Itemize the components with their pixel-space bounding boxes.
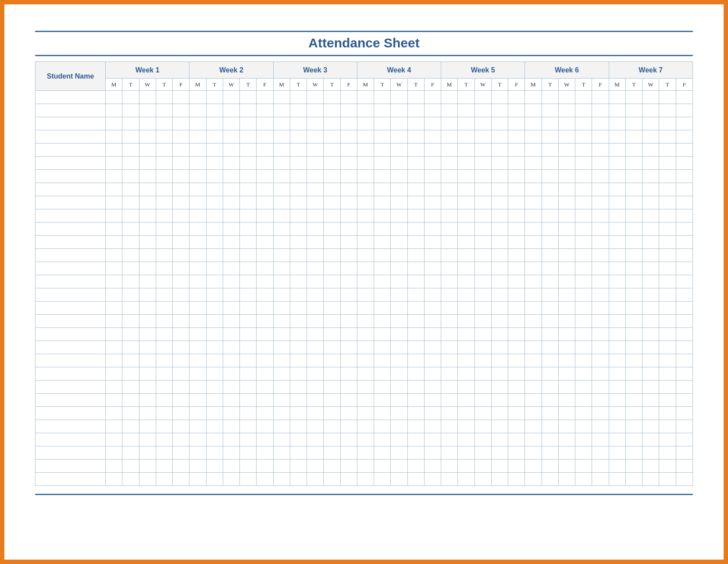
attendance-cell[interactable] <box>525 117 542 130</box>
attendance-cell[interactable] <box>542 328 558 341</box>
attendance-cell[interactable] <box>340 196 357 209</box>
attendance-cell[interactable] <box>374 433 391 446</box>
attendance-cell[interactable] <box>407 91 424 104</box>
attendance-cell[interactable] <box>424 407 441 420</box>
attendance-cell[interactable] <box>340 473 357 486</box>
attendance-cell[interactable] <box>139 315 156 328</box>
attendance-cell[interactable] <box>659 407 676 420</box>
attendance-cell[interactable] <box>122 302 139 315</box>
attendance-cell[interactable] <box>324 144 340 157</box>
attendance-cell[interactable] <box>558 130 575 144</box>
attendance-cell[interactable] <box>340 223 357 236</box>
attendance-cell[interactable] <box>357 473 374 486</box>
attendance-cell[interactable] <box>374 407 391 420</box>
attendance-cell[interactable] <box>173 183 189 196</box>
attendance-cell[interactable] <box>592 275 609 288</box>
student-name-cell[interactable] <box>36 341 106 354</box>
attendance-cell[interactable] <box>642 420 659 433</box>
attendance-cell[interactable] <box>424 157 441 170</box>
attendance-cell[interactable] <box>290 157 307 170</box>
attendance-cell[interactable] <box>257 157 273 170</box>
attendance-cell[interactable] <box>273 117 290 130</box>
attendance-cell[interactable] <box>659 196 676 209</box>
attendance-cell[interactable] <box>106 144 122 157</box>
attendance-cell[interactable] <box>525 249 542 262</box>
attendance-cell[interactable] <box>106 315 122 328</box>
attendance-cell[interactable] <box>122 170 139 183</box>
attendance-cell[interactable] <box>676 420 693 433</box>
attendance-cell[interactable] <box>609 130 625 144</box>
attendance-cell[interactable] <box>424 223 441 236</box>
attendance-cell[interactable] <box>391 236 407 249</box>
attendance-cell[interactable] <box>508 157 525 170</box>
attendance-cell[interactable] <box>223 407 239 420</box>
attendance-cell[interactable] <box>273 170 290 183</box>
attendance-cell[interactable] <box>240 196 257 209</box>
attendance-cell[interactable] <box>189 407 206 420</box>
attendance-cell[interactable] <box>575 209 592 223</box>
attendance-cell[interactable] <box>676 341 693 354</box>
attendance-cell[interactable] <box>240 275 257 288</box>
attendance-cell[interactable] <box>391 249 407 262</box>
attendance-cell[interactable] <box>357 460 374 473</box>
attendance-cell[interactable] <box>676 104 693 117</box>
attendance-cell[interactable] <box>424 130 441 144</box>
attendance-cell[interactable] <box>106 249 122 262</box>
attendance-cell[interactable] <box>592 130 609 144</box>
student-name-cell[interactable] <box>36 288 106 302</box>
attendance-cell[interactable] <box>156 170 172 183</box>
attendance-cell[interactable] <box>424 302 441 315</box>
attendance-cell[interactable] <box>223 144 239 157</box>
attendance-cell[interactable] <box>324 262 340 275</box>
attendance-cell[interactable] <box>307 91 324 104</box>
attendance-cell[interactable] <box>625 354 642 367</box>
attendance-cell[interactable] <box>676 302 693 315</box>
attendance-cell[interactable] <box>491 91 508 104</box>
attendance-cell[interactable] <box>558 381 575 394</box>
attendance-cell[interactable] <box>676 262 693 275</box>
attendance-cell[interactable] <box>609 394 625 407</box>
attendance-cell[interactable] <box>642 394 659 407</box>
attendance-cell[interactable] <box>642 157 659 170</box>
attendance-cell[interactable] <box>374 328 391 341</box>
attendance-cell[interactable] <box>508 262 525 275</box>
attendance-cell[interactable] <box>340 315 357 328</box>
attendance-cell[interactable] <box>558 315 575 328</box>
attendance-cell[interactable] <box>156 302 172 315</box>
attendance-cell[interactable] <box>324 302 340 315</box>
attendance-cell[interactable] <box>592 460 609 473</box>
attendance-cell[interactable] <box>273 302 290 315</box>
attendance-cell[interactable] <box>391 446 407 460</box>
attendance-cell[interactable] <box>491 170 508 183</box>
attendance-cell[interactable] <box>441 341 458 354</box>
attendance-cell[interactable] <box>508 196 525 209</box>
attendance-cell[interactable] <box>324 367 340 381</box>
attendance-cell[interactable] <box>458 144 475 157</box>
attendance-cell[interactable] <box>122 473 139 486</box>
attendance-cell[interactable] <box>609 170 625 183</box>
attendance-cell[interactable] <box>357 275 374 288</box>
attendance-cell[interactable] <box>374 381 391 394</box>
attendance-cell[interactable] <box>659 249 676 262</box>
attendance-cell[interactable] <box>542 302 558 315</box>
attendance-cell[interactable] <box>206 354 223 367</box>
attendance-cell[interactable] <box>542 144 558 157</box>
attendance-cell[interactable] <box>240 249 257 262</box>
attendance-cell[interactable] <box>273 433 290 446</box>
attendance-cell[interactable] <box>240 433 257 446</box>
attendance-cell[interactable] <box>223 183 239 196</box>
attendance-cell[interactable] <box>122 328 139 341</box>
attendance-cell[interactable] <box>592 354 609 367</box>
attendance-cell[interactable] <box>441 315 458 328</box>
attendance-cell[interactable] <box>122 288 139 302</box>
attendance-cell[interactable] <box>139 302 156 315</box>
attendance-cell[interactable] <box>307 223 324 236</box>
attendance-cell[interactable] <box>374 117 391 130</box>
attendance-cell[interactable] <box>206 104 223 117</box>
attendance-cell[interactable] <box>659 446 676 460</box>
attendance-cell[interactable] <box>642 407 659 420</box>
attendance-cell[interactable] <box>441 446 458 460</box>
attendance-cell[interactable] <box>223 236 239 249</box>
student-name-cell[interactable] <box>36 144 106 157</box>
attendance-cell[interactable] <box>525 433 542 446</box>
